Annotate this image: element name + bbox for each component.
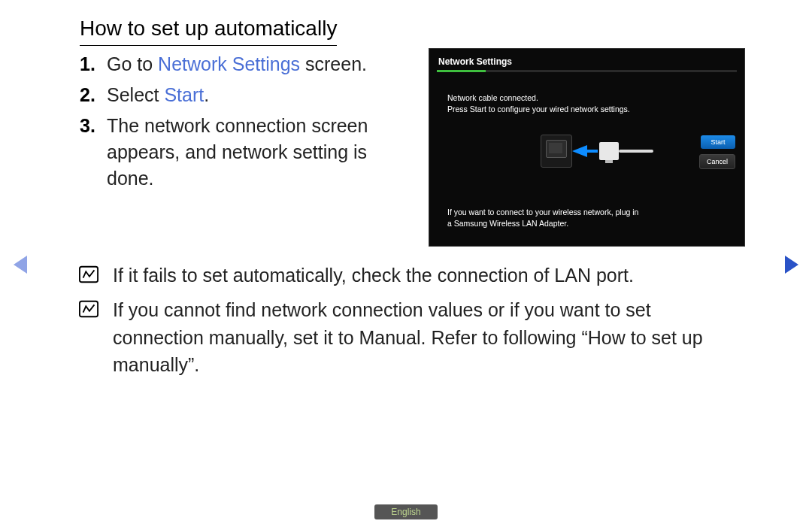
- note-icon: [78, 265, 99, 284]
- tv-hint: If you want to connect to your wireless …: [447, 207, 638, 229]
- note-icon: [78, 299, 99, 319]
- nav-next-icon[interactable]: [785, 256, 798, 274]
- note-2: If you cannot find network connection va…: [78, 296, 740, 378]
- tv-progress-bar: [437, 70, 737, 72]
- tv-title: Network Settings: [438, 56, 512, 67]
- footer: English: [0, 504, 812, 519]
- steps-list: 1. Go to Network Settings screen. 2. Sel…: [80, 51, 411, 196]
- step-3: 3. The network connection screen appears…: [80, 113, 411, 192]
- start-button[interactable]: Start: [701, 135, 735, 149]
- step-number: 2.: [80, 82, 107, 108]
- step-text: The network connection screen appears, a…: [107, 113, 411, 192]
- rj45-plug-icon: [599, 142, 619, 160]
- cable-icon: [619, 150, 653, 153]
- step-1: 1. Go to Network Settings screen.: [80, 51, 411, 77]
- ethernet-port-icon: [541, 135, 572, 168]
- manual-page: How to set up automatically 1. Go to Net…: [0, 0, 812, 530]
- step-text: Select Start.: [107, 82, 411, 108]
- step-2: 2. Select Start.: [80, 82, 411, 108]
- link-start: Start: [164, 84, 204, 105]
- step-number: 3.: [80, 113, 107, 192]
- link-network-settings: Network Settings: [158, 53, 300, 74]
- tv-message: Network cable connected. Press Start to …: [447, 92, 630, 114]
- lan-port-illustration: [541, 135, 653, 172]
- cancel-button[interactable]: Cancel: [699, 154, 735, 169]
- step-text: Go to Network Settings screen.: [107, 51, 411, 77]
- tv-screenshot: Network Settings Network cable connected…: [429, 48, 745, 247]
- note-text: If you cannot find network connection va…: [113, 296, 740, 378]
- language-indicator: English: [374, 504, 437, 519]
- note-text: If it fails to set automatically, check …: [113, 262, 740, 289]
- note-1: If it fails to set automatically, check …: [78, 262, 740, 289]
- page-title: How to set up automatically: [80, 17, 337, 46]
- nav-prev-icon[interactable]: [14, 256, 27, 274]
- step-number: 1.: [80, 51, 107, 77]
- notes-list: If it fails to set automatically, check …: [78, 262, 740, 386]
